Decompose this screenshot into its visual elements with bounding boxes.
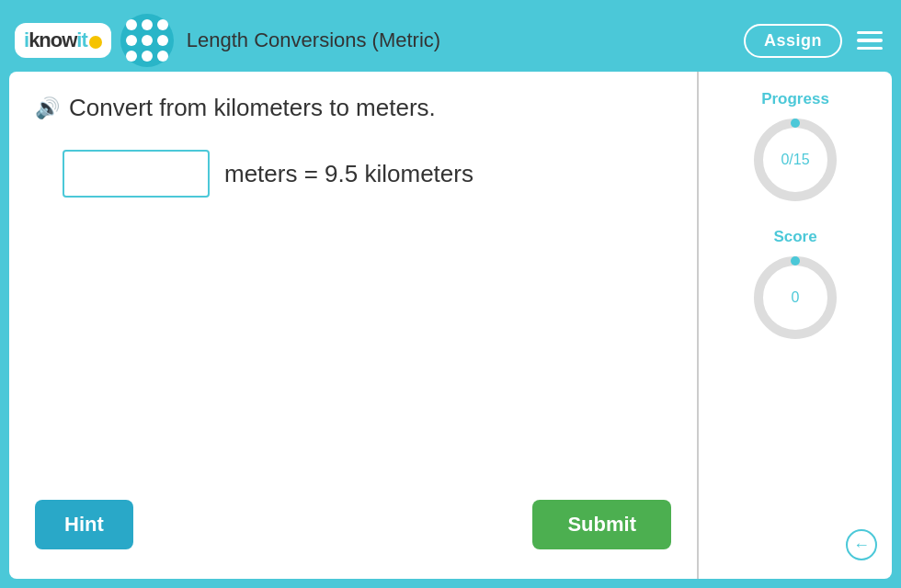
reel-dot bbox=[142, 19, 153, 30]
hint-button[interactable]: Hint bbox=[35, 500, 133, 549]
hamburger-line bbox=[857, 47, 883, 51]
reel-dot bbox=[126, 35, 137, 46]
score-label: Score bbox=[773, 228, 816, 246]
right-panel: Progress 0/15 Score 0 bbox=[699, 72, 892, 579]
left-panel: 🔊 Convert from kilometers to meters. met… bbox=[9, 72, 699, 579]
reel-dot bbox=[142, 51, 153, 62]
bulb-icon bbox=[89, 36, 102, 49]
score-value: 0 bbox=[792, 289, 800, 306]
assign-button[interactable]: Assign bbox=[744, 24, 842, 58]
header-right: Assign bbox=[744, 24, 886, 58]
question-row: 🔊 Convert from kilometers to meters. bbox=[35, 94, 671, 122]
reel-dot bbox=[157, 35, 168, 46]
reel-dot bbox=[157, 19, 168, 30]
score-section: Score 0 bbox=[749, 228, 841, 344]
logo-text: iknowit bbox=[24, 28, 87, 52]
speaker-icon[interactable]: 🔊 bbox=[35, 96, 60, 120]
reel-dot bbox=[126, 51, 137, 62]
hamburger-line bbox=[857, 39, 883, 42]
question-text: Convert from kilometers to meters. bbox=[69, 94, 436, 122]
submit-button[interactable]: Submit bbox=[532, 500, 671, 549]
reel-icon bbox=[120, 14, 174, 67]
score-gauge: 0 bbox=[749, 252, 841, 344]
header-title: Length Conversions (Metric) bbox=[187, 28, 744, 52]
main-area: 🔊 Convert from kilometers to meters. met… bbox=[9, 72, 892, 579]
progress-label: Progress bbox=[761, 90, 829, 108]
reel-dot bbox=[126, 19, 137, 30]
bottom-bar: Hint Submit bbox=[35, 500, 671, 557]
equation-text: meters = 9.5 kilometers bbox=[224, 160, 473, 188]
progress-gauge: 0/15 bbox=[749, 114, 841, 206]
menu-button[interactable] bbox=[853, 28, 886, 54]
logo-box: iknowit bbox=[15, 23, 111, 58]
answer-row: meters = 9.5 kilometers bbox=[35, 150, 671, 198]
reel-dots bbox=[122, 16, 172, 65]
progress-value: 0/15 bbox=[781, 152, 809, 168]
reel-dot bbox=[157, 51, 168, 62]
answer-input[interactable] bbox=[63, 150, 210, 198]
header: iknowit Length Conversions (Metric) Assi… bbox=[9, 9, 892, 72]
progress-section: Progress 0/15 bbox=[749, 90, 841, 206]
reel-dot bbox=[142, 35, 153, 46]
logo-area: iknowit bbox=[15, 23, 111, 58]
back-button[interactable]: ← bbox=[846, 529, 877, 560]
hamburger-line bbox=[857, 31, 883, 35]
